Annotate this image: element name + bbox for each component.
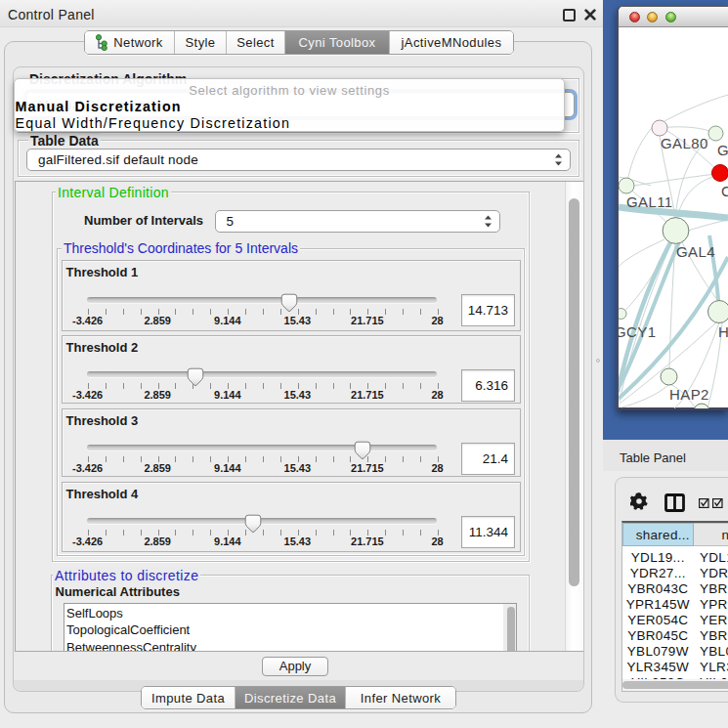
svg-text:GA: GA bbox=[717, 142, 728, 158]
svg-text:GAL80: GAL80 bbox=[661, 135, 708, 151]
svg-text:CD: CD bbox=[721, 183, 728, 199]
svg-text:HIS: HIS bbox=[718, 323, 728, 340]
svg-text:GAL4: GAL4 bbox=[676, 243, 715, 260]
svg-text:HAP2: HAP2 bbox=[669, 386, 709, 403]
svg-text:GCY1: GCY1 bbox=[619, 323, 656, 340]
svg-text:GAL11: GAL11 bbox=[626, 193, 673, 210]
